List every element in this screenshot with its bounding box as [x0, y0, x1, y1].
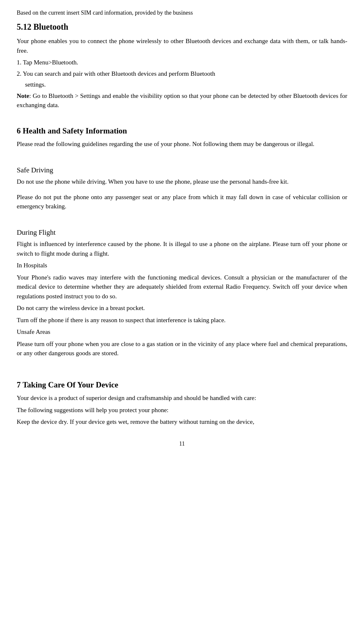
section-512-item2-end: settings. — [17, 80, 347, 90]
section-7-para2: The following suggestions will help you … — [17, 405, 347, 415]
note-label: Note — [17, 92, 29, 99]
in-hospitals-para3: Turn off the phone if there is any reaso… — [17, 315, 347, 325]
safe-driving-heading: Safe Driving — [17, 165, 347, 176]
during-flight-para1: Flight is influenced by interference cau… — [17, 239, 347, 258]
unsafe-areas-para1: Please turn off your phone when you are … — [17, 339, 347, 358]
section-7-para1: Your device is a product of superior des… — [17, 393, 347, 403]
section-7-heading: 7 Taking Care Of Your Device — [17, 379, 347, 391]
section-512-heading: 5.12 Bluetooth — [17, 21, 347, 33]
page-number: 11 — [17, 439, 347, 448]
in-hospitals-para2: Do not carry the wireless device in a br… — [17, 303, 347, 313]
section-512-note: Note: Go to Bluetooth > Settings and ena… — [17, 91, 347, 110]
section-6-para1: Please read the following guidelines reg… — [17, 139, 347, 149]
intro-text: Based on the current insert SIM card inf… — [17, 8, 347, 17]
note-text: : Go to Bluetooth > Settings and enable … — [17, 92, 347, 109]
safe-driving-para2: Please do not put the phone onto any pas… — [17, 192, 347, 211]
section-7-para3: Keep the device dry. If your device gets… — [17, 417, 347, 427]
section-512-item1: 1. Tap Menu>Bluetooth. — [17, 58, 347, 67]
section-6-heading: 6 Health and Safety Information — [17, 125, 347, 137]
in-hospitals-label: In Hospitals — [17, 261, 347, 270]
section-512-para1: Your phone enables you to connect the ph… — [17, 36, 347, 55]
during-flight-heading: During Flight — [17, 227, 347, 238]
in-hospitals-para1: Your Phone's radio waves may interfere w… — [17, 273, 347, 301]
safe-driving-para1: Do not use the phone while driving. When… — [17, 177, 347, 187]
unsafe-areas-label: Unsafe Areas — [17, 327, 347, 337]
section-512-item2-start: 2. You can search and pair with other Bl… — [17, 69, 347, 79]
